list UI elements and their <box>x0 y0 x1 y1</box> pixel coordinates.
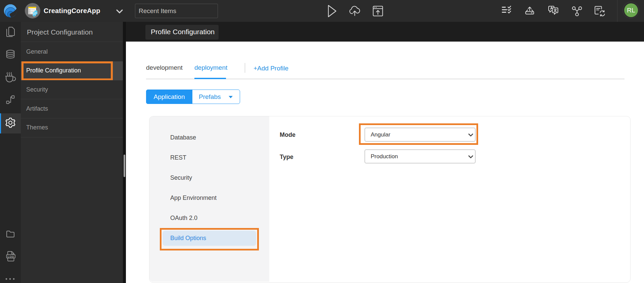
svg-text:LOG: LOG <box>8 255 14 258</box>
